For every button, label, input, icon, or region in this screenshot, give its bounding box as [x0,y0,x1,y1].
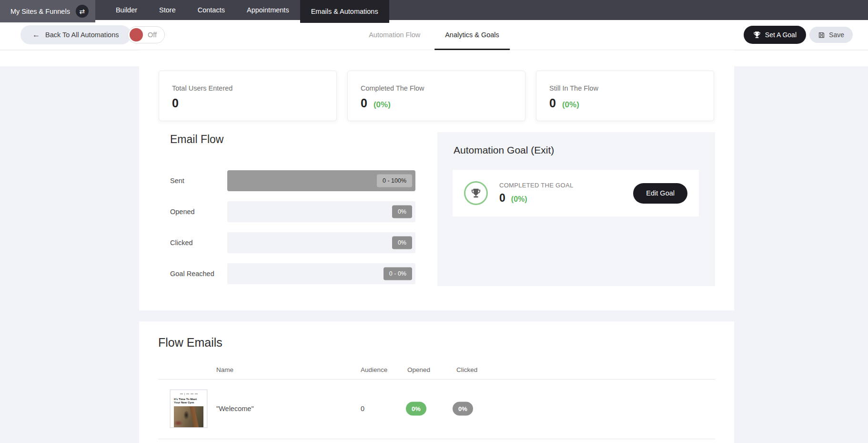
column-header-name: Name [216,366,233,373]
nav-items: Builder Store Contacts Appointments Emai… [105,0,389,20]
stat-percent: (0%) [562,100,579,110]
top-navbar: My Sites & Funnels ⇄ Builder Store Conta… [0,0,868,20]
email-thumbnail[interactable]: It's Time To Meet Your New Gym [170,390,207,428]
funnel-bar-goal-reached: 0 - 0% [227,263,415,284]
automation-goal-panel: Automation Goal (Exit) COMPLETED THE GOA… [437,132,715,286]
column-header-opened: Opened [407,366,430,373]
save-label: Save [829,31,844,39]
stat-value: 0 [361,96,367,110]
stat-card-completed-flow: Completed The Flow 0 (0%) [347,71,525,121]
nav-item-builder[interactable]: Builder [105,0,148,20]
column-header-audience: Audience [361,366,387,373]
nav-item-contacts[interactable]: Contacts [187,0,236,20]
funnel-label: Sent [170,177,227,185]
stat-title: Still In The Flow [549,84,714,92]
swap-sites-icon[interactable]: ⇄ [76,5,89,18]
save-button[interactable]: Save [809,27,853,43]
stat-title: Completed The Flow [361,84,525,92]
funnel-bar-opened: 0% [227,201,415,222]
goal-info: COMPLETED THE GOAL 0 (0%) [499,182,573,205]
email-thumbnail-photo [174,406,203,427]
funnel-row-sent: Sent 0 - 100% [170,170,415,191]
goal-value: 0 [499,192,505,205]
arrow-left-icon: ← [32,31,40,39]
view-tabs: Automation Flow Analytics & Goals [365,20,503,50]
funnel-row-clicked: Clicked 0% [170,232,415,253]
brand-label: My Sites & Funnels [10,8,70,15]
funnel-badge: 0 - 100% [377,175,412,187]
edit-goal-button[interactable]: Edit Goal [633,183,687,204]
goal-label: COMPLETED THE GOAL [499,182,573,189]
funnel-label: Opened [170,208,227,216]
funnel-label: Goal Reached [170,270,227,278]
stat-percent: (0%) [373,100,391,110]
funnel-badge: 0 - 0% [384,268,412,280]
table-row-divider [158,439,715,439]
automation-status-toggle[interactable]: Off [128,26,165,43]
nav-item-emails-automations[interactable]: Emails & Automations [300,0,389,23]
clicked-rate-badge: 0% [453,402,473,416]
column-header-clicked: Clicked [456,366,477,373]
tab-automation-flow[interactable]: Automation Flow [365,20,424,50]
stats-row: Total Users Entered 0 Completed The Flow… [159,71,714,121]
funnel-label: Clicked [170,239,227,247]
stat-title: Total Users Entered [172,84,336,92]
table-header-divider [158,379,715,380]
funnel-row-goal-reached: Goal Reached 0 - 0% [170,263,415,284]
toggle-knob[interactable] [130,28,143,41]
goal-trophy-ring [464,181,488,205]
email-audience-value: 0 [361,390,364,428]
analytics-panel: Total Users Entered 0 Completed The Flow… [139,50,734,310]
funnel-badge: 0% [392,206,412,218]
back-to-automations-button[interactable]: ← Back To All Automations [20,25,131,44]
funnel-bar-sent: 0 - 100% [227,170,415,191]
email-flow-heading: Email Flow [170,133,223,146]
toggle-state-label: Off [143,31,163,39]
stat-card-still-in-flow: Still In The Flow 0 (0%) [536,71,714,121]
email-thumbnail-headline: It's Time To Meet Your New Gym [174,398,203,404]
tab-analytics-goals[interactable]: Analytics & Goals [441,20,503,50]
trophy-icon [753,31,761,39]
nav-item-appointments[interactable]: Appointments [236,0,300,20]
brand-switcher[interactable]: My Sites & Funnels ⇄ [0,0,95,22]
toolbar: ← Back To All Automations Off Automation… [0,20,868,50]
stat-value: 0 [172,96,179,110]
trophy-icon [471,188,481,198]
nav-item-store[interactable]: Store [148,0,187,20]
stat-value: 0 [549,96,556,110]
automation-goal-card: COMPLETED THE GOAL 0 (0%) Edit Goal [453,170,699,216]
opened-rate-badge: 0% [406,402,426,416]
automation-goal-heading: Automation Goal (Exit) [454,144,554,156]
set-a-goal-button[interactable]: Set A Goal [744,26,806,44]
back-button-label: Back To All Automations [45,31,119,39]
stat-card-total-users: Total Users Entered 0 [159,71,337,121]
email-flow-funnel: Sent 0 - 100% Opened 0% Clicked 0% Goal … [170,170,415,294]
flow-emails-panel: Flow Emails Name Audience Opened Clicked… [139,321,734,443]
email-name: "Welecome" [216,390,254,428]
flow-emails-heading: Flow Emails [158,336,222,350]
funnel-bar-clicked: 0% [227,232,415,253]
table-row: It's Time To Meet Your New Gym "Welecome… [139,390,734,428]
goal-percent: (0%) [511,195,527,204]
save-floppy-icon [818,31,825,39]
funnel-badge: 0% [392,237,412,249]
funnel-row-opened: Opened 0% [170,201,415,222]
email-thumbnail-nav [171,393,207,395]
set-a-goal-label: Set A Goal [765,31,797,39]
